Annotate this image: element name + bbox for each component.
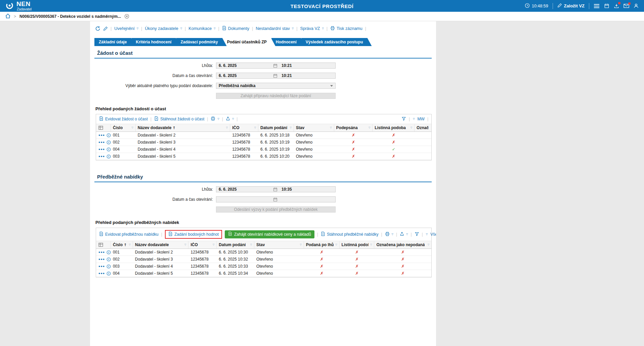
column-header-číslo[interactable]: Číslo▽ [111,124,136,131]
odeslani-vyzvy-button[interactable]: Odeslání výzvy k podání předběžných nabí… [216,206,336,213]
column-header-listinná-podoba[interactable]: Listinná podoba▽ [373,124,415,131]
table-row[interactable]: ●●●003Dodavatel - školení 5123456786. 6.… [96,153,431,160]
table-row[interactable]: ●●●001Dodavatel - školení 2123456786. 6.… [96,249,431,256]
filter-chevron-icon[interactable]: ▽ [426,243,429,246]
table-row[interactable]: ●●●004Dodavatel - školení 5123456786. 6.… [96,270,431,277]
export-button[interactable]: ▽ [226,116,234,122]
info-icon[interactable] [106,257,111,262]
filter-chevron-icon[interactable]: ▽ [253,126,256,129]
messages-icon[interactable] [624,4,629,8]
row-menu-button[interactable]: ●●● [98,141,105,144]
tab-hodnocení[interactable]: Hodnocení [271,38,305,46]
zahajit-otevirani-button[interactable]: Zahájit otevírání nabídkové ceny a nákla… [225,230,314,238]
tab-podání-účastníků-zp[interactable]: Podání účastníků ZP [223,38,275,46]
nabidky-lhuta-datetime-field[interactable]: 6. 6. 2025 10:35 [216,186,336,192]
calendar-icon[interactable] [272,187,278,192]
profile-icon[interactable] [634,3,639,8]
print-button[interactable]: ▽ [211,116,219,122]
row-menu-button[interactable]: ●●● [98,155,105,158]
filter-chevron-icon[interactable]: ▽ [211,243,214,246]
column-header-stav[interactable]: Stav▽ [294,124,334,131]
column-settings-header[interactable] [96,124,111,131]
column-header-stav[interactable]: Stav▽ [254,241,304,248]
view-selector[interactable]: MW [418,117,425,121]
filter-chevron-icon[interactable]: ▽ [249,243,252,246]
tab-zadávací-podmínky[interactable]: Zadávací podmínky [176,38,226,46]
calendar-icon[interactable] [272,197,278,202]
calendar-icon[interactable] [272,64,278,68]
lhuta-time-value[interactable]: 10:21 [278,63,335,68]
zadani-bodovych-hodnot-button[interactable]: Zadání bodových hodnot [168,232,219,237]
info-icon[interactable] [106,154,111,159]
otevirani-datetime-field[interactable]: 6. 6. 2025 10:21 [216,73,336,79]
nabidky-otevirani-datetime-field[interactable] [216,196,336,202]
column-header-datum-podání[interactable]: Datum podání▽ [258,124,294,131]
lhuta-date-value[interactable]: 6. 6. 2025 [216,187,272,192]
stahnout-nabidky-button[interactable]: Stáhnout předběžné nabídky [321,232,378,237]
filter-chevron-icon[interactable]: ▽ [224,126,228,129]
menu-icon[interactable] [594,4,600,8]
menu-správa-vz[interactable]: Správa VZ▽ [300,26,324,31]
column-header-označena-jako-nepodaná[interactable]: Označena jako nepodaná▽ [374,241,431,248]
column-header-název-dodavatele[interactable]: Název dodavatele↑▽ [136,124,230,131]
column-settings-header[interactable] [96,241,111,248]
menu-uveřejnění[interactable]: Uveřejnění▽ [114,26,138,31]
typ-podani-select[interactable]: Předběžná nabídka [216,83,336,89]
info-icon[interactable] [106,147,111,152]
info-icon[interactable] [106,271,111,276]
info-icon[interactable] [106,133,111,138]
row-menu-button[interactable]: ●●● [98,272,105,275]
zahajit-pripravu-button[interactable]: Zahájit přípravu následující fáze podání [216,93,336,99]
table-row[interactable]: ●●●004Dodavatel - školení 4123456786. 6.… [96,146,431,153]
row-menu-button[interactable]: ●●● [98,133,105,137]
column-header-datum-podání[interactable]: Datum podání▽ [217,241,254,248]
filter-chevron-icon[interactable]: ▽ [130,126,133,129]
menu-komunikace[interactable]: Komunikace▽ [188,26,215,31]
filter-icon[interactable] [401,116,406,122]
column-header-ičo[interactable]: IČO▽ [230,124,258,131]
tab-výsledek-zadávacího-postupu[interactable]: Výsledek zadávacího postupu [301,38,372,46]
table-row[interactable]: ●●●002Dodavatel - školení 3123456786. 6.… [96,256,431,263]
column-header-podaná-po-lhůtě[interactable]: Podaná po lhůtě▽ [304,241,340,248]
filter-chevron-icon[interactable]: ▽ [369,243,372,246]
table-row[interactable]: ●●●001Dodavatel - školení 2123456786. 6.… [96,132,431,139]
nen-home-button[interactable]: NEN Zadavatel [5,1,86,11]
downloads-icon[interactable] [614,3,619,8]
lhuta-time-value[interactable]: 10:35 [278,187,335,192]
filter-chevron-icon[interactable]: ▽ [367,126,370,129]
stahnout-zadosti-button[interactable]: Stáhnout žádosti o účast [154,116,204,122]
menu-tisk-záznamu[interactable]: Tisk záznamu [330,26,362,31]
info-icon[interactable] [106,264,111,269]
otevirani-time-value[interactable]: 10:21 [278,73,335,78]
row-menu-button[interactable]: ●●● [98,265,105,268]
menu-úkony-zadavatele[interactable]: Úkony zadavatele▽ [145,26,182,31]
print-button[interactable]: ▽ [385,232,393,237]
column-header-označ[interactable]: Označ [415,124,431,131]
create-vz-button[interactable]: Založit VZ [557,3,585,9]
column-header-podepsána[interactable]: Podepsána▽ [334,124,373,131]
filter-chevron-icon[interactable]: ▽ [288,126,291,129]
view-selector[interactable]: Vše [430,232,436,237]
filter-icon[interactable] [415,232,419,237]
evidovat-zadost-button[interactable]: Evidovat žádost o účast [99,116,148,122]
tab-kritéria-hodnocení[interactable]: Kritéria hodnocení [131,38,180,46]
table-row[interactable]: ●●●003Dodavatel - školení 4123456786. 6.… [96,263,431,270]
breadcrumb-title[interactable]: N006/25/V00005367 - Detekce vozidel s na… [19,14,121,19]
row-menu-button[interactable]: ●●● [98,251,105,254]
chevron-down-icon[interactable]: ▽ [413,118,415,120]
edit-record-icon[interactable] [103,26,108,31]
row-menu-button[interactable]: ●●● [98,258,105,261]
filter-chevron-icon[interactable]: ▽ [298,243,301,246]
filter-chevron-icon[interactable]: ▽ [409,126,412,129]
lhuta-date-value[interactable]: 6. 6. 2025 [216,63,272,68]
calendar-icon[interactable] [272,74,278,78]
filter-chevron-icon[interactable]: ▽ [183,243,186,246]
menu-dokumenty[interactable]: Dokumenty [222,26,249,31]
home-icon[interactable] [5,13,10,20]
column-header-listinná-podoba[interactable]: Listinná podoba▽ [340,241,375,248]
otevirani-date-value[interactable]: 6. 6. 2025 [216,73,272,78]
history-icon[interactable] [95,26,100,31]
table-row[interactable]: ●●●002Dodavatel - školení 3123456786. 6.… [96,139,431,146]
tab-základní-údaje[interactable]: Základní údaje [94,38,135,46]
menu-nestandardní-stav[interactable]: Nestandardní stav▽ [256,26,294,31]
